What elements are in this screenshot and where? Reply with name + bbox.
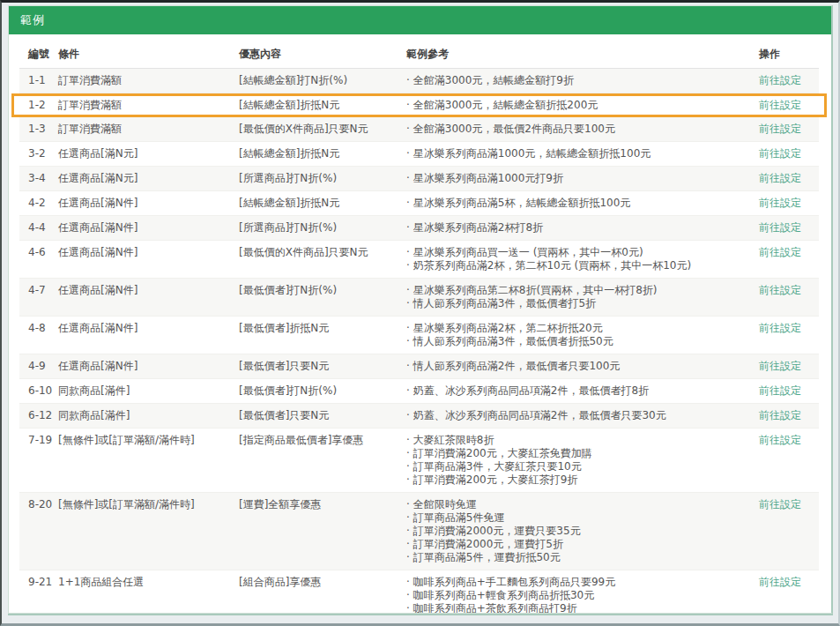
row-id-cell: 1-3 bbox=[19, 123, 58, 136]
example-item: 星冰樂系列商品滿5杯，結帳總金額折抵100元 bbox=[406, 197, 759, 210]
go-to-settings-link[interactable]: 前往設定 bbox=[759, 147, 801, 160]
go-to-settings-link[interactable]: 前往設定 bbox=[759, 498, 801, 510]
go-to-settings-link[interactable]: 前往設定 bbox=[759, 384, 801, 397]
table-row: 4-9 任選商品[滿N件] [最低價者]只要N元 情人節系列商品滿2件，最低價者… bbox=[19, 354, 819, 379]
examples-table: 編號 條件 優惠內容 範例參考 操作 1-1 訂單消費滿額 [結帳總金額]打N折… bbox=[9, 34, 831, 613]
examples-list: 星冰樂系列商品滿2杯，第二杯折抵20元情人節系列商品滿3件，最低價者折抵50元 bbox=[406, 322, 759, 348]
example-item: 情人節系列商品滿2件，最低價者只要100元 bbox=[406, 360, 759, 373]
row-id-cell: 4-9 bbox=[19, 360, 58, 373]
row-action-cell: 前往設定 bbox=[759, 197, 819, 210]
examples-list: 全館滿3000元，結帳總金額折抵200元 bbox=[406, 99, 759, 112]
row-condition-cell: 訂單消費滿額 bbox=[58, 123, 239, 136]
example-item: 訂單商品滿5件免運 bbox=[406, 511, 759, 525]
row-id-cell: 7-19 bbox=[19, 434, 58, 447]
row-offer-cell: [指定商品最低價者]享優惠 bbox=[239, 434, 406, 447]
row-id-cell: 4-8 bbox=[19, 322, 58, 335]
go-to-settings-link[interactable]: 前往設定 bbox=[759, 360, 801, 372]
row-examples-cell: 星冰樂系列商品滿2杯打8折 bbox=[406, 221, 759, 235]
table-row: 4-8 任選商品[滿N件] [最低價者]折抵N元 星冰樂系列商品滿2杯，第二杯折… bbox=[19, 317, 819, 354]
row-action-cell: 前往設定 bbox=[759, 360, 819, 373]
table-row: 3-2 任選商品[滿N元] [結帳總金額]折抵N元 星冰樂系列商品滿1000元，… bbox=[19, 142, 819, 167]
example-item: 星冰樂系列商品滿1000元，結帳總金額折抵100元 bbox=[406, 147, 759, 160]
example-item: 星冰樂系列商品滿2杯打8折 bbox=[406, 221, 759, 235]
example-item: 情人節系列商品滿3件，最低價者打5折 bbox=[406, 297, 759, 310]
row-id-cell: 3-4 bbox=[19, 172, 58, 185]
table-row: 1-2 訂單消費滿額 [結帳總金額]折抵N元 全館滿3000元，結帳總金額折抵2… bbox=[11, 93, 827, 117]
table-row: 4-4 任選商品[滿N件] [所選商品]打N折(%) 星冰樂系列商品滿2杯打8折… bbox=[19, 216, 819, 241]
panel-header: 範例 bbox=[9, 6, 831, 34]
go-to-settings-link[interactable]: 前往設定 bbox=[759, 576, 801, 588]
row-examples-cell: 全館滿3000元，結帳總金額折抵200元 bbox=[406, 99, 759, 112]
go-to-settings-link[interactable]: 前往設定 bbox=[759, 123, 801, 135]
examples-list: 奶蓋、冰沙系列商品同品項滿2件，最低價者打8折 bbox=[406, 384, 759, 398]
row-offer-cell: [運費]全額享優惠 bbox=[239, 498, 406, 511]
row-action-cell: 前往設定 bbox=[759, 284, 819, 297]
examples-list: 星冰樂系列商品買一送一 (買兩杯，其中一杯0元)奶茶系列商品滿2杯，第二杯10元… bbox=[406, 246, 759, 272]
go-to-settings-link[interactable]: 前往設定 bbox=[759, 246, 801, 258]
row-offer-cell: [結帳總金額]折抵N元 bbox=[239, 99, 406, 112]
row-offer-cell: [最低價者]只要N元 bbox=[239, 409, 406, 422]
row-offer-cell: [最低價者]打N折(%) bbox=[239, 384, 406, 398]
row-examples-cell: 星冰樂系列商品第二杯8折(買兩杯，其中一杯打8折)情人節系列商品滿3件，最低價者… bbox=[406, 284, 759, 310]
examples-list: 咖啡系列商品+手工麵包系列商品只要99元咖啡系列商品+輕食系列商品折抵30元咖啡… bbox=[406, 576, 759, 613]
row-action-cell: 前往設定 bbox=[759, 246, 819, 259]
row-id-cell: 1-1 bbox=[19, 74, 58, 87]
go-to-settings-link[interactable]: 前往設定 bbox=[759, 434, 801, 446]
row-examples-cell: 大麥紅茶限時8折訂單消費滿200元，大麥紅茶免費加購訂單商品滿3件，大麥紅茶只要… bbox=[406, 434, 759, 487]
row-offer-cell: [最低價的X件商品]只要N元 bbox=[239, 246, 406, 259]
examples-list: 全館限時免運訂單商品滿5件免運訂單消費滿2000元，運費只要35元訂單消費滿20… bbox=[406, 498, 759, 564]
go-to-settings-link[interactable]: 前往設定 bbox=[759, 172, 801, 184]
examples-list: 星冰樂系列商品第二杯8折(買兩杯，其中一杯打8折)情人節系列商品滿3件，最低價者… bbox=[406, 284, 759, 310]
row-id-cell: 4-6 bbox=[19, 246, 58, 259]
row-action-cell: 前往設定 bbox=[759, 123, 819, 136]
column-header-condition: 條件 bbox=[58, 48, 239, 61]
panel-title: 範例 bbox=[20, 13, 45, 26]
example-item: 星冰樂系列商品滿2杯，第二杯折抵20元 bbox=[406, 322, 759, 335]
row-offer-cell: [最低價者]只要N元 bbox=[239, 360, 406, 373]
row-action-cell: 前往設定 bbox=[759, 434, 819, 447]
go-to-settings-link[interactable]: 前往設定 bbox=[759, 197, 801, 209]
row-condition-cell: 任選商品[滿N件] bbox=[58, 221, 239, 235]
example-item: 全館滿3000元，結帳總金額折抵200元 bbox=[406, 99, 759, 112]
examples-list: 星冰樂系列商品滿2杯打8折 bbox=[406, 221, 759, 235]
table-row: 7-19 [無條件]或[訂單滿額/滿件時] [指定商品最低價者]享優惠 大麥紅茶… bbox=[19, 429, 819, 493]
example-item: 奶蓋、冰沙系列商品同品項滿2件，最低價者只要30元 bbox=[406, 409, 759, 422]
examples-list: 全館滿3000元，結帳總金額打9折 bbox=[406, 74, 759, 87]
row-offer-cell: [結帳總金額]打N折(%) bbox=[239, 74, 406, 87]
table-header-row: 編號 條件 優惠內容 範例參考 操作 bbox=[19, 40, 819, 69]
go-to-settings-link[interactable]: 前往設定 bbox=[759, 221, 801, 234]
example-item: 情人節系列商品滿3件，最低價者折抵50元 bbox=[406, 335, 759, 348]
row-condition-cell: 1+1商品組合任選 bbox=[58, 576, 239, 589]
go-to-settings-link[interactable]: 前往設定 bbox=[759, 322, 801, 334]
go-to-settings-link[interactable]: 前往設定 bbox=[759, 99, 801, 111]
column-header-offer: 優惠內容 bbox=[239, 48, 406, 61]
row-condition-cell: 任選商品[滿N件] bbox=[58, 322, 239, 335]
column-header-examples: 範例參考 bbox=[406, 48, 759, 61]
example-item: 訂單消費滿2000元，運費只要35元 bbox=[406, 525, 759, 538]
table-row: 1-1 訂單消費滿額 [結帳總金額]打N折(%) 全館滿3000元，結帳總金額打… bbox=[19, 69, 819, 93]
row-offer-cell: [組合商品]享優惠 bbox=[239, 576, 406, 589]
row-id-cell: 4-4 bbox=[19, 221, 58, 235]
examples-list: 大麥紅茶限時8折訂單消費滿200元，大麥紅茶免費加購訂單商品滿3件，大麥紅茶只要… bbox=[406, 434, 759, 487]
go-to-settings-link[interactable]: 前往設定 bbox=[759, 409, 801, 421]
row-condition-cell: [無條件]或[訂單滿額/滿件時] bbox=[58, 498, 239, 511]
row-examples-cell: 奶蓋、冰沙系列商品同品項滿2件，最低價者只要30元 bbox=[406, 409, 759, 422]
row-condition-cell: 任選商品[滿N件] bbox=[58, 197, 239, 210]
row-action-cell: 前往設定 bbox=[759, 409, 819, 422]
example-item: 咖啡系列商品+手工麵包系列商品只要99元 bbox=[406, 576, 759, 589]
row-id-cell: 4-2 bbox=[19, 197, 58, 210]
examples-list: 星冰樂系列商品滿1000元打9折 bbox=[406, 172, 759, 185]
example-item: 訂單消費滿2000元，運費打5折 bbox=[406, 538, 759, 551]
row-action-cell: 前往設定 bbox=[759, 384, 819, 398]
row-condition-cell: 任選商品[滿N件] bbox=[58, 284, 239, 297]
example-item: 全館滿3000元，結帳總金額打9折 bbox=[406, 74, 759, 87]
example-item: 星冰樂系列商品買一送一 (買兩杯，其中一杯0元) bbox=[406, 246, 759, 259]
table-row: 4-6 任選商品[滿N件] [最低價的X件商品]只要N元 星冰樂系列商品買一送一… bbox=[19, 241, 819, 279]
example-item: 奶茶系列商品滿2杯，第二杯10元 (買兩杯，其中一杯10元) bbox=[406, 259, 759, 272]
table-row: 1-3 訂單消費滿額 [最低價的X件商品]只要N元 全館滿3000元，最低價2件… bbox=[19, 117, 819, 142]
row-id-cell: 4-7 bbox=[19, 284, 58, 297]
row-id-cell: 6-10 bbox=[19, 384, 58, 398]
go-to-settings-link[interactable]: 前往設定 bbox=[759, 284, 801, 296]
go-to-settings-link[interactable]: 前往設定 bbox=[759, 74, 801, 86]
row-offer-cell: [所選商品]打N折(%) bbox=[239, 221, 406, 235]
